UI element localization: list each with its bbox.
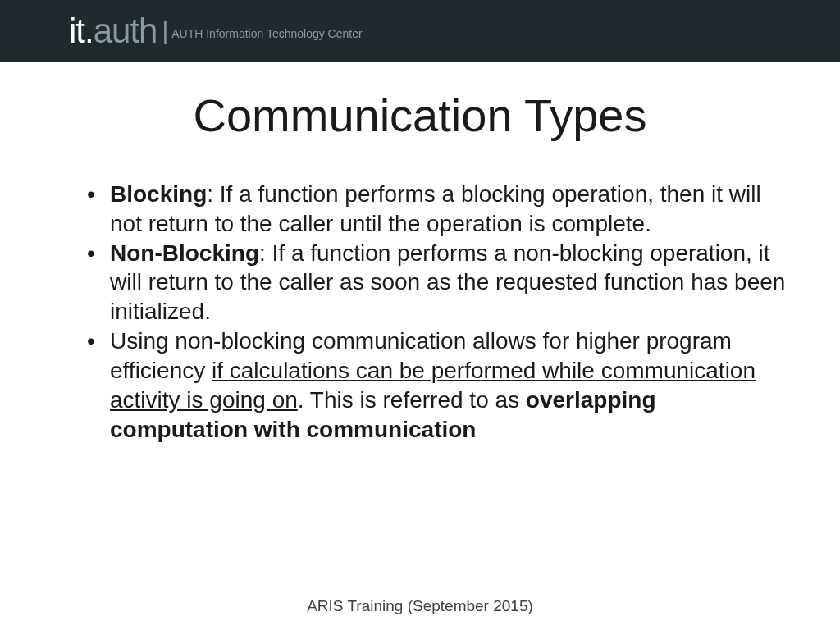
bullet-list: Blocking: If a function performs a block… [82,180,788,444]
logo-separator: | [162,17,168,45]
bullet-item: Non-Blocking: If a function performs a n… [82,239,788,326]
slide: it.auth | AUTH Information Technology Ce… [0,0,840,630]
term-nonblocking: Non-Blocking [110,240,259,266]
bullet-text: . This is referred to as [298,387,526,413]
footer-text: ARIS Training (September 2015) [0,597,840,615]
bullet-text: : If a function performs a blocking oper… [110,181,761,236]
logo-it: it. [69,11,94,51]
bullet-item: Using non-blocking communication allows … [82,326,788,444]
slide-title: Communication Types [0,89,840,142]
logo-auth: auth [94,11,158,51]
content-area: Blocking: If a function performs a block… [0,142,840,444]
header-bar: it.auth | AUTH Information Technology Ce… [0,0,840,62]
logo-description: AUTH Information Technology Center [171,22,362,40]
bullet-item: Blocking: If a function performs a block… [82,180,788,239]
term-blocking: Blocking [110,181,207,207]
